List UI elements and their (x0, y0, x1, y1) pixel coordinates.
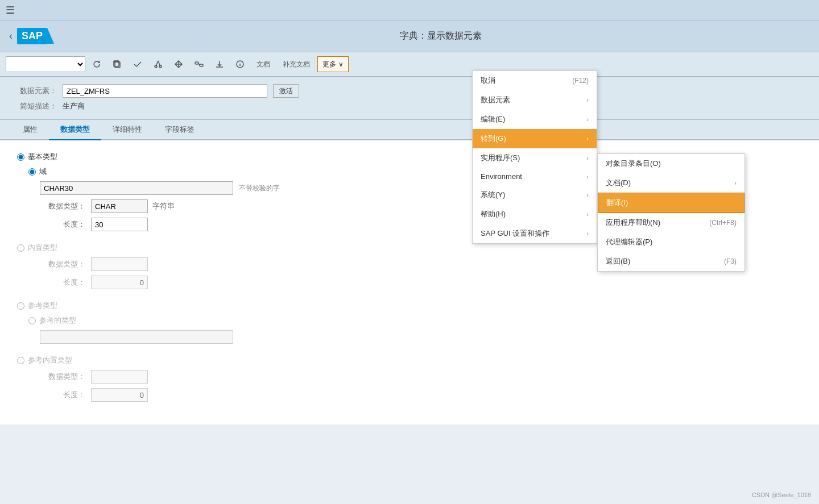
tab-detail[interactable]: 详细特性 (101, 120, 154, 140)
sub-doc[interactable]: 文档(D) › (598, 173, 744, 193)
svg-point-11 (240, 63, 241, 63)
dropdown-utility[interactable]: 实用程序(S) › (473, 148, 597, 168)
edit-arrow-icon: › (586, 116, 589, 123)
ref-of-type-input-row (40, 330, 802, 344)
ref-builtin-data-type-input[interactable] (91, 370, 148, 384)
builtin-type-radio[interactable] (17, 244, 24, 252)
data-type-unit: 字符串 (152, 201, 175, 211)
builtin-length-row: 长度： (40, 276, 802, 289)
more-arrow-icon: ∨ (338, 60, 344, 68)
help-arrow-icon: › (586, 211, 589, 218)
cancel-shortcut: (F12) (572, 77, 589, 85)
short-desc-row: 简短描述： 生产商 (11, 101, 808, 111)
sub-app-help[interactable]: 应用程序帮助(N) (Ctrl+F8) (598, 213, 744, 232)
sub-translate[interactable]: 翻译(I) (598, 193, 744, 213)
dropdown-cancel[interactable]: 取消 (F12) (473, 71, 597, 90)
dropdown-environment[interactable]: Environment › (473, 168, 597, 185)
object-catalog-label: 对象目录条目(O) (606, 159, 661, 169)
return-shortcut: (F3) (724, 257, 737, 265)
toolbar-link-btn[interactable] (190, 56, 208, 72)
toolbar-doc-btn[interactable]: 文档 (251, 56, 275, 72)
dropdown-edit[interactable]: 编辑(E) › (473, 110, 597, 129)
environment-arrow-icon: › (586, 173, 589, 180)
proxy-editor-label: 代理编辑器(P) (606, 237, 652, 247)
ref-type-radio[interactable] (17, 302, 24, 310)
tab-datatype[interactable]: 数据类型 (49, 120, 101, 140)
system-arrow-icon: › (586, 191, 589, 198)
sub-doc-label: 文档(D) (606, 178, 631, 188)
tab-attrs[interactable]: 属性 (11, 120, 49, 140)
toolbar-check-btn[interactable] (129, 56, 147, 72)
ref-builtin-data-type-label: 数据类型： (40, 372, 85, 382)
dropdown-menu: 取消 (F12) 数据元素 › 编辑(E) › 转到(G) › 实用程序(S) … (472, 70, 597, 244)
utility-label: 实用程序(S) (481, 153, 520, 163)
length-input[interactable] (91, 218, 148, 231)
watermark: CSDN @Seele_1018 (752, 491, 811, 498)
sap-gui-arrow-icon: › (586, 230, 589, 237)
data-type-input[interactable] (91, 199, 148, 213)
sub-dropdown-menu: 对象目录条目(O) 文档(D) › 翻译(I) 应用程序帮助(N) (Ctrl+… (597, 153, 745, 272)
sub-return[interactable]: 返回(B) (F3) (598, 252, 744, 271)
header: ‹ SAP 字典：显示数据元素 (0, 20, 819, 52)
tab-fieldlabel[interactable]: 字段标签 (154, 120, 206, 140)
dropdown-data-element[interactable]: 数据元素 › (473, 90, 597, 110)
utility-arrow-icon: › (586, 155, 589, 161)
domain-radio[interactable] (28, 168, 36, 176)
length-label: 长度： (40, 219, 85, 230)
ref-builtin-label: 参考内置类型 (28, 355, 72, 365)
toolbar-supplement-btn[interactable]: 补充文档 (278, 56, 315, 72)
builtin-data-type-input[interactable] (91, 257, 148, 271)
data-element-input[interactable] (63, 84, 267, 98)
ref-type-row: 参考类型 (17, 301, 802, 311)
sub-proxy-editor[interactable]: 代理编辑器(P) (598, 232, 744, 252)
domain-input[interactable] (40, 181, 233, 195)
ref-of-type-radio[interactable] (28, 317, 36, 324)
goto-arrow-icon: › (586, 135, 589, 142)
app-help-shortcut: (Ctrl+F8) (709, 219, 737, 227)
ref-type-label: 参考类型 (28, 301, 57, 311)
ref-builtin-length-label: 长度： (40, 390, 85, 400)
ref-type-group: 参考类型 参考的类型 (17, 301, 802, 344)
dropdown-sap-gui[interactable]: SAP GUI 设置和操作 › (473, 224, 597, 243)
activate-button[interactable]: 激活 (273, 84, 299, 98)
domain-note: 不带校验的字 (239, 184, 280, 193)
basic-type-label: 基本类型 (28, 152, 57, 162)
data-type-label: 数据类型： (40, 201, 85, 211)
basic-type-radio[interactable] (17, 153, 24, 161)
help-label: 帮助(H) (481, 209, 506, 219)
builtin-length-label: 长度： (40, 277, 85, 288)
ref-builtin-length-input[interactable] (91, 388, 148, 402)
short-desc-value: 生产商 (63, 101, 85, 111)
toolbar: 文档 补充文档 更多 ∨ (0, 52, 819, 77)
hamburger-icon[interactable]: ☰ (6, 4, 15, 16)
data-element-row: 数据元素： 激活 (11, 84, 808, 98)
edit-label: 编辑(E) (481, 114, 505, 124)
toolbar-download-btn[interactable] (210, 56, 229, 72)
page-title: 字典：显示数据元素 (71, 30, 810, 42)
sub-object-catalog[interactable]: 对象目录条目(O) (598, 154, 744, 173)
dropdown-help[interactable]: 帮助(H) › (473, 205, 597, 224)
builtin-data-type-label: 数据类型： (40, 259, 85, 269)
dropdown-system[interactable]: 系统(Y) › (473, 185, 597, 205)
ref-of-type-input[interactable] (40, 330, 233, 344)
ref-builtin-data-type-row: 数据类型： (40, 370, 802, 384)
ref-builtin-row: 参考内置类型 (17, 355, 802, 365)
toolbar-select[interactable] (6, 56, 85, 72)
toolbar-cut-btn[interactable] (149, 56, 167, 72)
ref-builtin-radio[interactable] (17, 357, 24, 364)
ref-of-type-row: 参考的类型 (28, 315, 802, 326)
data-element-arrow-icon: › (586, 97, 589, 103)
sap-logo: SAP (17, 28, 47, 44)
more-button[interactable]: 更多 ∨ (317, 56, 349, 72)
short-desc-label: 简短描述： (11, 101, 57, 111)
tabs: 属性 数据类型 详细特性 字段标签 (0, 120, 819, 140)
toolbar-move-btn[interactable] (169, 56, 188, 72)
toolbar-copy-btn[interactable] (108, 56, 126, 72)
environment-label: Environment (481, 172, 522, 181)
toolbar-refresh-btn[interactable] (88, 56, 106, 72)
ref-builtin-group: 参考内置类型 数据类型： 长度： (17, 355, 802, 402)
toolbar-info-btn[interactable] (231, 56, 249, 72)
dropdown-goto[interactable]: 转到(G) › (473, 129, 597, 148)
back-button[interactable]: ‹ (9, 30, 13, 42)
builtin-length-input[interactable] (91, 276, 148, 289)
